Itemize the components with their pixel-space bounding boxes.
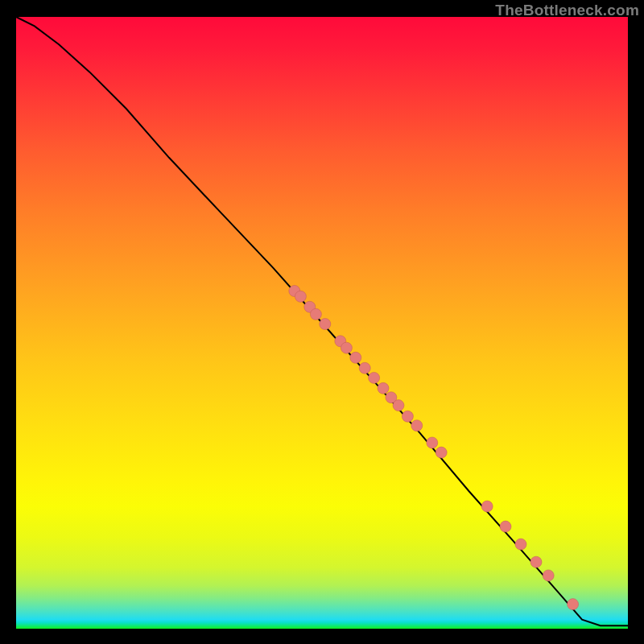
marker-point bbox=[295, 291, 306, 302]
marker-point bbox=[359, 362, 370, 374]
marker-point bbox=[341, 342, 352, 353]
marker-point bbox=[378, 382, 389, 394]
marker-point bbox=[350, 352, 361, 363]
marker-point bbox=[427, 437, 438, 448]
marker-point bbox=[393, 400, 404, 411]
marker-point bbox=[402, 411, 413, 422]
marker-point bbox=[530, 556, 542, 568]
marker-point bbox=[543, 570, 554, 581]
marker-point bbox=[481, 501, 493, 512]
marker-point bbox=[310, 308, 321, 320]
marker-point bbox=[500, 521, 511, 532]
marker-point bbox=[369, 372, 380, 383]
watermark-text: TheBottleneck.com bbox=[495, 2, 639, 19]
chart-svg bbox=[16, 17, 628, 629]
marker-point bbox=[436, 447, 447, 458]
marker-point bbox=[320, 319, 331, 330]
marker-point bbox=[515, 539, 526, 550]
marker-point bbox=[568, 599, 579, 610]
marker-point bbox=[411, 420, 423, 431]
plot-area bbox=[16, 17, 628, 629]
